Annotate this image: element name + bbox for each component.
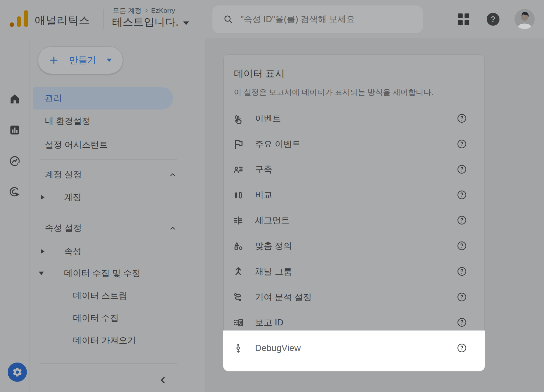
home-icon[interactable] bbox=[8, 92, 22, 106]
row-label: 세그먼트 bbox=[255, 209, 290, 232]
sidebar-item-label: 데이터 수집 및 수정 bbox=[64, 267, 141, 279]
breadcrumb: 모든 계정 EzKorry bbox=[113, 6, 175, 15]
card-title: 데이터 표시 bbox=[234, 67, 284, 80]
attribution-icon bbox=[232, 291, 244, 304]
advertising-icon[interactable] bbox=[8, 185, 22, 199]
row-key-events[interactable]: 주요 이벤트 bbox=[223, 133, 485, 156]
row-debugview[interactable]: DebugView bbox=[223, 337, 485, 360]
tap-event-icon bbox=[232, 112, 244, 125]
comparison-icon bbox=[232, 189, 244, 201]
reporting-identity-icon bbox=[232, 316, 244, 329]
help-icon[interactable] bbox=[456, 342, 467, 353]
divider bbox=[39, 363, 177, 364]
expander-triangle-down-icon[interactable] bbox=[39, 272, 44, 275]
reports-icon[interactable] bbox=[8, 123, 22, 137]
sidebar-item-label: 데이터 스트림 bbox=[73, 290, 128, 301]
ga-admin-page: 애널리틱스 모든 계정 EzKorry 테스트입니다. "속성 ID"을(를) … bbox=[0, 0, 544, 392]
explore-icon[interactable] bbox=[8, 154, 22, 168]
expander-triangle-icon[interactable] bbox=[41, 249, 45, 254]
breadcrumb-all-accounts[interactable]: 모든 계정 bbox=[113, 6, 142, 15]
apps-grid-icon[interactable] bbox=[457, 13, 470, 26]
flag-icon bbox=[232, 138, 244, 151]
divider bbox=[39, 213, 177, 213]
sidebar-item-label: 관리 bbox=[45, 87, 62, 110]
analytics-logo[interactable] bbox=[10, 10, 31, 27]
settings-gear-icon[interactable] bbox=[8, 363, 27, 382]
logo-dot bbox=[10, 22, 14, 27]
debugview-icon bbox=[232, 342, 244, 355]
sidebar-item-label: 계정 bbox=[64, 192, 81, 203]
sidebar-item-label: 설정 어시스턴트 bbox=[45, 139, 108, 151]
breadcrumb-account[interactable]: EzKorry bbox=[151, 7, 175, 14]
row-label: 기여 분석 설정 bbox=[255, 286, 312, 309]
row-label: 채널 그룹 bbox=[255, 260, 292, 283]
row-audiences[interactable]: 구축 bbox=[223, 158, 485, 181]
help-icon[interactable] bbox=[456, 240, 467, 251]
help-icon[interactable] bbox=[456, 215, 467, 225]
sidebar-item-label: 데이터 수집 bbox=[73, 312, 119, 324]
property-name: 테스트입니다. bbox=[112, 15, 178, 29]
help-icon[interactable] bbox=[456, 164, 467, 175]
help-icon[interactable] bbox=[456, 317, 467, 328]
sidebar-item-data-import[interactable]: 데이터 가져오기 bbox=[73, 335, 136, 346]
channel-group-icon bbox=[232, 265, 244, 278]
caret-down-icon bbox=[183, 21, 189, 25]
sidebar-item-admin[interactable]: 관리 bbox=[33, 87, 173, 110]
row-label: 구축 bbox=[255, 158, 272, 181]
row-label: 비교 bbox=[255, 184, 272, 207]
section-property-settings[interactable]: 속성 설정 bbox=[45, 223, 82, 233]
caret-down-icon bbox=[107, 59, 112, 62]
sidebar-item-my-preferences[interactable]: 내 환경설정 bbox=[45, 116, 91, 127]
row-reporting-identity[interactable]: 보고 ID bbox=[223, 311, 485, 334]
sidebar-item-data-collection[interactable]: 데이터 수집 bbox=[73, 313, 119, 323]
custom-definitions-icon bbox=[232, 240, 244, 252]
sidebar-item-data-collection-and-modification[interactable]: 데이터 수집 및 수정 bbox=[64, 268, 141, 279]
sidebar-item-label: 속성 bbox=[64, 246, 81, 257]
product-name: 애널리틱스 bbox=[35, 13, 90, 28]
row-segments[interactable]: 세그먼트 bbox=[223, 209, 485, 232]
help-icon[interactable] bbox=[456, 113, 467, 124]
audience-icon bbox=[232, 163, 244, 176]
row-channel-groups[interactable]: 채널 그룹 bbox=[223, 260, 485, 283]
help-icon[interactable]: ? bbox=[487, 13, 499, 26]
help-icon[interactable] bbox=[456, 291, 467, 302]
create-button[interactable]: 만들기 bbox=[38, 46, 123, 74]
help-icon[interactable] bbox=[456, 189, 467, 200]
chevron-up-icon[interactable] bbox=[169, 225, 177, 232]
row-label: 주요 이벤트 bbox=[255, 133, 301, 156]
section-label: 속성 설정 bbox=[45, 222, 82, 234]
search-placeholder: "속성 ID"을(를) 검색해 보세요 bbox=[241, 13, 355, 25]
help-icon[interactable] bbox=[456, 266, 467, 277]
sidebar-item-data-streams[interactable]: 데이터 스트림 bbox=[73, 290, 128, 301]
row-attribution-settings[interactable]: 기여 분석 설정 bbox=[223, 286, 485, 309]
divider bbox=[39, 159, 177, 160]
row-label: 맞춤 정의 bbox=[255, 234, 292, 257]
help-icon[interactable] bbox=[456, 138, 467, 149]
section-account-settings[interactable]: 계정 설정 bbox=[45, 169, 82, 180]
row-label: 보고 ID bbox=[255, 311, 284, 334]
expander-triangle-icon[interactable] bbox=[41, 195, 45, 200]
chevron-up-icon[interactable] bbox=[169, 171, 177, 179]
row-comparisons[interactable]: 비교 bbox=[223, 184, 485, 207]
collapse-nav-icon[interactable] bbox=[158, 375, 168, 385]
create-button-label: 만들기 bbox=[68, 54, 98, 66]
row-events[interactable]: 이벤트 bbox=[223, 107, 485, 130]
sidebar-item-label: 데이터 가져오기 bbox=[73, 335, 136, 346]
search-input[interactable]: "속성 ID"을(를) 검색해 보세요 bbox=[212, 5, 423, 33]
row-label: 이벤트 bbox=[255, 107, 281, 130]
logo-bar-tall bbox=[24, 10, 28, 27]
card-description: 이 설정은 보고서에 데이터가 표시되는 방식을 제어합니다. bbox=[234, 87, 433, 97]
sidebar-item-label: 내 환경설정 bbox=[45, 115, 91, 127]
property-switcher[interactable]: 테스트입니다. bbox=[112, 15, 189, 29]
avatar[interactable] bbox=[515, 9, 535, 29]
search-icon bbox=[223, 14, 233, 24]
sidebar-item-account[interactable]: 계정 bbox=[64, 192, 81, 203]
left-icon-rail bbox=[0, 38, 29, 392]
row-custom-definitions[interactable]: 맞춤 정의 bbox=[223, 234, 485, 257]
row-label: DebugView bbox=[255, 337, 301, 360]
header-divider bbox=[103, 9, 103, 29]
chevron-right-icon bbox=[144, 8, 149, 13]
section-label: 계정 설정 bbox=[45, 169, 82, 180]
sidebar-item-property[interactable]: 속성 bbox=[64, 246, 81, 257]
sidebar-item-setup-assistant[interactable]: 설정 어시스턴트 bbox=[45, 139, 108, 150]
